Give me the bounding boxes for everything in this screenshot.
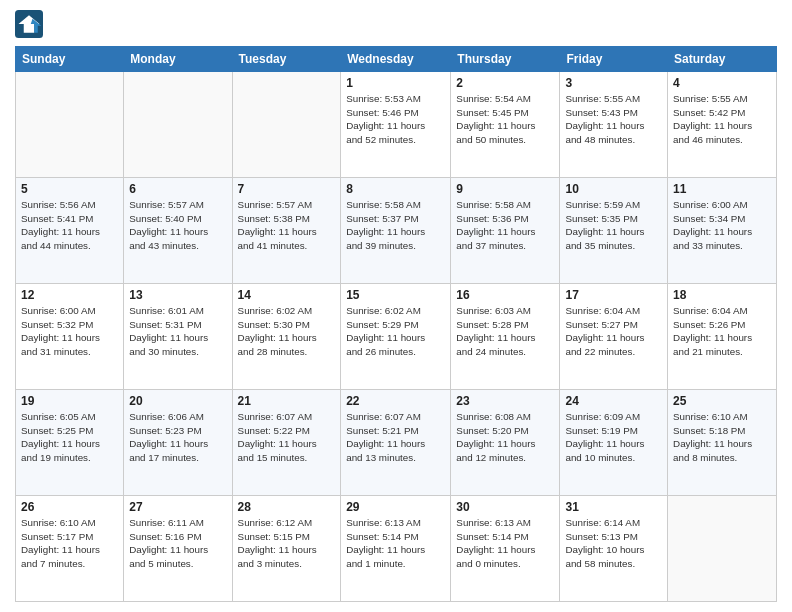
calendar-week-3: 12Sunrise: 6:00 AMSunset: 5:32 PMDayligh… — [16, 284, 777, 390]
logo-icon — [15, 10, 43, 38]
calendar-day-27: 27Sunrise: 6:11 AMSunset: 5:16 PMDayligh… — [124, 496, 232, 602]
day-info: Sunrise: 6:04 AMSunset: 5:27 PMDaylight:… — [565, 304, 662, 359]
day-info: Sunrise: 6:03 AMSunset: 5:28 PMDaylight:… — [456, 304, 554, 359]
calendar-day-30: 30Sunrise: 6:13 AMSunset: 5:14 PMDayligh… — [451, 496, 560, 602]
day-number: 24 — [565, 394, 662, 408]
day-number: 8 — [346, 182, 445, 196]
calendar-week-5: 26Sunrise: 6:10 AMSunset: 5:17 PMDayligh… — [16, 496, 777, 602]
calendar-day-14: 14Sunrise: 6:02 AMSunset: 5:30 PMDayligh… — [232, 284, 341, 390]
day-info: Sunrise: 6:11 AMSunset: 5:16 PMDaylight:… — [129, 516, 226, 571]
day-info: Sunrise: 6:07 AMSunset: 5:21 PMDaylight:… — [346, 410, 445, 465]
day-info: Sunrise: 6:06 AMSunset: 5:23 PMDaylight:… — [129, 410, 226, 465]
calendar-day-28: 28Sunrise: 6:12 AMSunset: 5:15 PMDayligh… — [232, 496, 341, 602]
calendar-day-31: 31Sunrise: 6:14 AMSunset: 5:13 PMDayligh… — [560, 496, 668, 602]
day-number: 22 — [346, 394, 445, 408]
day-info: Sunrise: 6:14 AMSunset: 5:13 PMDaylight:… — [565, 516, 662, 571]
day-info: Sunrise: 6:13 AMSunset: 5:14 PMDaylight:… — [346, 516, 445, 571]
day-number: 12 — [21, 288, 118, 302]
day-number: 26 — [21, 500, 118, 514]
calendar-day-17: 17Sunrise: 6:04 AMSunset: 5:27 PMDayligh… — [560, 284, 668, 390]
calendar-day-22: 22Sunrise: 6:07 AMSunset: 5:21 PMDayligh… — [341, 390, 451, 496]
day-number: 4 — [673, 76, 771, 90]
header-wednesday: Wednesday — [341, 47, 451, 72]
page: SundayMondayTuesdayWednesdayThursdayFrid… — [0, 0, 792, 612]
day-info: Sunrise: 6:02 AMSunset: 5:30 PMDaylight:… — [238, 304, 336, 359]
calendar-day-11: 11Sunrise: 6:00 AMSunset: 5:34 PMDayligh… — [668, 178, 777, 284]
header-friday: Friday — [560, 47, 668, 72]
calendar-day-10: 10Sunrise: 5:59 AMSunset: 5:35 PMDayligh… — [560, 178, 668, 284]
day-number: 14 — [238, 288, 336, 302]
day-number: 5 — [21, 182, 118, 196]
day-number: 31 — [565, 500, 662, 514]
day-number: 11 — [673, 182, 771, 196]
day-info: Sunrise: 6:08 AMSunset: 5:20 PMDaylight:… — [456, 410, 554, 465]
day-info: Sunrise: 6:00 AMSunset: 5:32 PMDaylight:… — [21, 304, 118, 359]
calendar-day-25: 25Sunrise: 6:10 AMSunset: 5:18 PMDayligh… — [668, 390, 777, 496]
day-number: 20 — [129, 394, 226, 408]
day-info: Sunrise: 6:04 AMSunset: 5:26 PMDaylight:… — [673, 304, 771, 359]
calendar-day-6: 6Sunrise: 5:57 AMSunset: 5:40 PMDaylight… — [124, 178, 232, 284]
day-info: Sunrise: 6:01 AMSunset: 5:31 PMDaylight:… — [129, 304, 226, 359]
calendar-empty-cell — [16, 72, 124, 178]
calendar-day-20: 20Sunrise: 6:06 AMSunset: 5:23 PMDayligh… — [124, 390, 232, 496]
day-number: 23 — [456, 394, 554, 408]
calendar-day-3: 3Sunrise: 5:55 AMSunset: 5:43 PMDaylight… — [560, 72, 668, 178]
day-number: 21 — [238, 394, 336, 408]
day-number: 1 — [346, 76, 445, 90]
calendar-empty-cell — [232, 72, 341, 178]
header-saturday: Saturday — [668, 47, 777, 72]
day-info: Sunrise: 5:55 AMSunset: 5:43 PMDaylight:… — [565, 92, 662, 147]
day-info: Sunrise: 5:56 AMSunset: 5:41 PMDaylight:… — [21, 198, 118, 253]
calendar-table: SundayMondayTuesdayWednesdayThursdayFrid… — [15, 46, 777, 602]
day-number: 30 — [456, 500, 554, 514]
calendar-day-19: 19Sunrise: 6:05 AMSunset: 5:25 PMDayligh… — [16, 390, 124, 496]
day-info: Sunrise: 5:59 AMSunset: 5:35 PMDaylight:… — [565, 198, 662, 253]
calendar-week-4: 19Sunrise: 6:05 AMSunset: 5:25 PMDayligh… — [16, 390, 777, 496]
day-number: 28 — [238, 500, 336, 514]
calendar-day-16: 16Sunrise: 6:03 AMSunset: 5:28 PMDayligh… — [451, 284, 560, 390]
day-number: 25 — [673, 394, 771, 408]
day-number: 7 — [238, 182, 336, 196]
day-number: 13 — [129, 288, 226, 302]
calendar-day-12: 12Sunrise: 6:00 AMSunset: 5:32 PMDayligh… — [16, 284, 124, 390]
day-number: 27 — [129, 500, 226, 514]
header-tuesday: Tuesday — [232, 47, 341, 72]
day-info: Sunrise: 6:02 AMSunset: 5:29 PMDaylight:… — [346, 304, 445, 359]
calendar-day-13: 13Sunrise: 6:01 AMSunset: 5:31 PMDayligh… — [124, 284, 232, 390]
day-number: 15 — [346, 288, 445, 302]
day-info: Sunrise: 5:57 AMSunset: 5:38 PMDaylight:… — [238, 198, 336, 253]
calendar-day-23: 23Sunrise: 6:08 AMSunset: 5:20 PMDayligh… — [451, 390, 560, 496]
day-info: Sunrise: 5:54 AMSunset: 5:45 PMDaylight:… — [456, 92, 554, 147]
calendar-week-1: 1Sunrise: 5:53 AMSunset: 5:46 PMDaylight… — [16, 72, 777, 178]
calendar-day-24: 24Sunrise: 6:09 AMSunset: 5:19 PMDayligh… — [560, 390, 668, 496]
calendar-empty-cell — [668, 496, 777, 602]
calendar-header-row: SundayMondayTuesdayWednesdayThursdayFrid… — [16, 47, 777, 72]
day-number: 2 — [456, 76, 554, 90]
header-thursday: Thursday — [451, 47, 560, 72]
day-info: Sunrise: 5:53 AMSunset: 5:46 PMDaylight:… — [346, 92, 445, 147]
day-number: 3 — [565, 76, 662, 90]
calendar-day-21: 21Sunrise: 6:07 AMSunset: 5:22 PMDayligh… — [232, 390, 341, 496]
day-number: 29 — [346, 500, 445, 514]
day-info: Sunrise: 6:10 AMSunset: 5:17 PMDaylight:… — [21, 516, 118, 571]
day-info: Sunrise: 6:12 AMSunset: 5:15 PMDaylight:… — [238, 516, 336, 571]
day-number: 16 — [456, 288, 554, 302]
calendar-empty-cell — [124, 72, 232, 178]
calendar-day-26: 26Sunrise: 6:10 AMSunset: 5:17 PMDayligh… — [16, 496, 124, 602]
day-info: Sunrise: 6:00 AMSunset: 5:34 PMDaylight:… — [673, 198, 771, 253]
logo — [15, 10, 45, 38]
day-info: Sunrise: 5:57 AMSunset: 5:40 PMDaylight:… — [129, 198, 226, 253]
calendar-day-5: 5Sunrise: 5:56 AMSunset: 5:41 PMDaylight… — [16, 178, 124, 284]
header-monday: Monday — [124, 47, 232, 72]
day-number: 19 — [21, 394, 118, 408]
header — [15, 10, 777, 38]
calendar-day-29: 29Sunrise: 6:13 AMSunset: 5:14 PMDayligh… — [341, 496, 451, 602]
day-number: 9 — [456, 182, 554, 196]
day-info: Sunrise: 6:09 AMSunset: 5:19 PMDaylight:… — [565, 410, 662, 465]
calendar-day-2: 2Sunrise: 5:54 AMSunset: 5:45 PMDaylight… — [451, 72, 560, 178]
day-number: 10 — [565, 182, 662, 196]
calendar-day-9: 9Sunrise: 5:58 AMSunset: 5:36 PMDaylight… — [451, 178, 560, 284]
calendar-day-15: 15Sunrise: 6:02 AMSunset: 5:29 PMDayligh… — [341, 284, 451, 390]
day-number: 17 — [565, 288, 662, 302]
day-info: Sunrise: 6:05 AMSunset: 5:25 PMDaylight:… — [21, 410, 118, 465]
